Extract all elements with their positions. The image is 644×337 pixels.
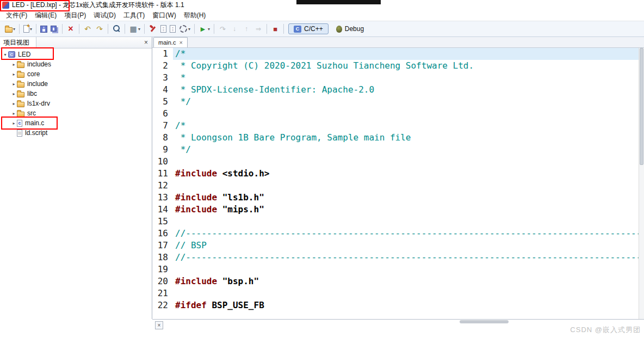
bottom-close-icon[interactable]: ×: [155, 321, 163, 329]
toolbar-separator: [19, 24, 20, 34]
expand-arrow-icon[interactable]: [11, 72, 17, 77]
undo-icon: [83, 24, 92, 33]
perspective-cpp[interactable]: C/C++: [288, 23, 329, 34]
code-token: *: [175, 72, 185, 83]
folder-icon: [17, 72, 24, 78]
toolbar-group: ▾: [127, 23, 142, 35]
toolbar-separator: [79, 24, 79, 34]
code-token: "mips.h": [217, 204, 264, 215]
page-icon: [23, 25, 29, 33]
bug-icon: [336, 26, 342, 33]
line-number: 9: [152, 144, 173, 156]
code-token: "ls1b.h": [217, 192, 264, 203]
line-number: 13: [152, 192, 173, 204]
perspective-label: Debug: [345, 25, 364, 33]
tree-item-core[interactable]: core: [0, 69, 152, 79]
view-menu-button[interactable]: ▾: [127, 23, 142, 35]
expand-arrow-icon[interactable]: [11, 91, 17, 96]
new-header-file-button[interactable]: [168, 23, 177, 35]
code-area[interactable]: 1/*2 * Copyright (C) 2020-2021 Suzhou Ti…: [152, 48, 639, 319]
menu-item-调试(D)[interactable]: 调试(D): [90, 10, 120, 21]
open-project-button[interactable]: ▾: [3, 23, 17, 35]
step-into-button[interactable]: [228, 23, 240, 35]
menu-item-文件(F)[interactable]: 文件(F): [2, 10, 31, 21]
new-source-file-button[interactable]: [159, 23, 168, 35]
code-text: //--------------------------------------…: [173, 252, 639, 264]
expand-arrow-icon[interactable]: [11, 82, 17, 87]
redo-button[interactable]: [94, 23, 106, 35]
tab-close-icon[interactable]: ×: [179, 39, 182, 46]
dropdown-arrow-icon[interactable]: ▾: [208, 27, 210, 32]
delete-button[interactable]: [65, 23, 77, 35]
code-text: [173, 216, 639, 228]
tab-main-c[interactable]: main.c ×: [153, 37, 188, 47]
dropdown-arrow-icon[interactable]: ▾: [30, 27, 32, 32]
line-number: 22: [152, 299, 173, 311]
toolbar-group: [65, 23, 77, 35]
tree-item-src[interactable]: src: [0, 108, 152, 118]
settings-button[interactable]: ▾: [177, 23, 192, 35]
dropdown-arrow-icon[interactable]: ▾: [13, 27, 15, 32]
code-text: #ifdef BSP_USE_FB: [173, 299, 639, 311]
tree-item-main.c[interactable]: main.c: [0, 118, 152, 128]
expand-arrow-icon[interactable]: [11, 101, 17, 106]
tree-item-LED[interactable]: LED: [0, 50, 152, 59]
code-text: /*: [173, 120, 639, 132]
panel-close-icon[interactable]: ×: [140, 39, 152, 46]
new-button[interactable]: ▾: [22, 23, 34, 35]
tool-icon: [148, 24, 157, 33]
tree-item-libc[interactable]: libc: [0, 89, 152, 99]
code-line-3: 3 *: [152, 72, 639, 84]
menu-item-帮助(H)[interactable]: 帮助(H): [180, 10, 210, 21]
code-token: #include: [175, 276, 217, 286]
save-button[interactable]: [39, 23, 49, 35]
code-line-15: 15: [152, 216, 639, 228]
project-view-panel: 项目视图 × LEDincludescoreincludelibcls1x-dr…: [0, 37, 152, 319]
stop-button[interactable]: [269, 23, 281, 35]
code-text: * SPDX-License-Identifier: Apache-2.0: [173, 84, 639, 96]
run-button[interactable]: ▾: [197, 23, 212, 35]
search-button[interactable]: [110, 23, 122, 35]
dropdown-arrow-icon[interactable]: ▾: [188, 27, 190, 32]
menu-item-工具(T)[interactable]: 工具(T): [120, 10, 148, 21]
tree-item-ls1x-drv[interactable]: ls1x-drv: [0, 99, 152, 108]
toolbar-separator: [62, 24, 63, 34]
code-line-1: 1/*: [152, 48, 639, 60]
menu-item-项目(P)[interactable]: 项目(P): [60, 10, 90, 21]
flash-tool-button[interactable]: [147, 23, 159, 35]
menu-item-编辑(E)[interactable]: 编辑(E): [31, 10, 60, 21]
tree-item-label: include: [27, 80, 48, 88]
tree-item-ld.script[interactable]: ld.script: [0, 128, 152, 138]
code-text: #include <stdio.h>: [173, 168, 639, 180]
includes-icon: [17, 63, 24, 68]
toolbar: ▾▾▾▾▾C/C++Debug: [0, 21, 644, 37]
project-icon: [8, 51, 15, 58]
step-over-button[interactable]: [216, 23, 228, 35]
undo-button[interactable]: [82, 23, 94, 35]
dropdown-arrow-icon[interactable]: ▾: [138, 27, 140, 32]
code-text: * Copyright (C) 2020-2021 Suzhou Tianche…: [173, 60, 639, 72]
perspective-debug[interactable]: Debug: [331, 23, 369, 34]
step-return-button[interactable]: [240, 23, 252, 35]
step-instruction-button[interactable]: [252, 23, 264, 35]
expand-arrow-icon[interactable]: [11, 62, 17, 67]
horizontal-scrollbar-thumb[interactable]: [460, 320, 509, 323]
line-number: 10: [152, 156, 173, 168]
save-all-button[interactable]: [49, 23, 60, 35]
project-tree: LEDincludescoreincludelibcls1x-drvsrcmai…: [0, 48, 152, 138]
code-text: [173, 156, 639, 168]
code-line-13: 13#include "ls1b.h": [152, 192, 639, 204]
tree-item-include[interactable]: include: [0, 79, 152, 89]
screen-artifact-bar: [296, 0, 381, 4]
code-token: "bsp.h": [217, 276, 259, 286]
code-line-7: 7/*: [152, 120, 639, 132]
page2-icon: [160, 25, 166, 33]
vertical-scrollbar-thumb[interactable]: [640, 48, 643, 165]
expand-arrow-icon[interactable]: [11, 121, 17, 126]
line-number: 15: [152, 216, 173, 228]
menu-item-窗口(W)[interactable]: 窗口(W): [148, 10, 179, 21]
expand-arrow-icon[interactable]: [2, 52, 8, 57]
tree-item-includes[interactable]: includes: [0, 59, 152, 69]
expand-arrow-icon[interactable]: [11, 111, 17, 116]
vertical-scrollbar[interactable]: [639, 48, 644, 319]
